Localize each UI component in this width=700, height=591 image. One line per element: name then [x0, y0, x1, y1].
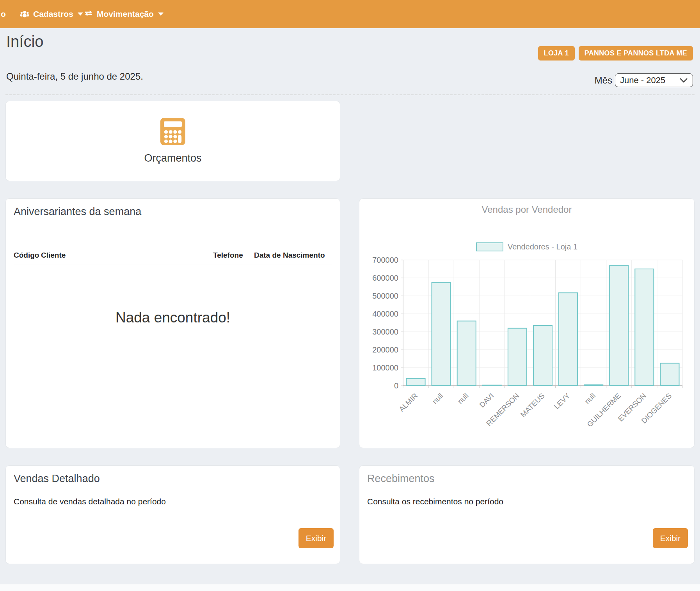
month-select-value: June - 2025	[620, 75, 665, 85]
orcamentos-label: Orçamentos	[144, 152, 201, 164]
svg-text:500000: 500000	[372, 292, 398, 300]
exchange-arrows-icon	[84, 10, 93, 18]
svg-text:400000: 400000	[372, 310, 398, 318]
top-navbar: o Cadastros	[0, 0, 700, 28]
svg-text:700000: 700000	[372, 256, 398, 264]
store-badge[interactable]: LOJA 1	[538, 46, 575, 61]
nav-item-movimentacao[interactable]: Movimentação	[84, 0, 163, 28]
svg-text:null: null	[456, 392, 470, 406]
shortcuts-card: Orçamentos	[5, 101, 340, 181]
column-header-codigo: Código	[14, 251, 41, 260]
nav-item-movimentacao-label: Movimentação	[97, 9, 154, 19]
sales-chart-card: Vendas por Vendedor Vendedores - Loja 1 …	[359, 198, 695, 448]
column-header-data-nascimento: Data de Nascimento	[254, 251, 332, 260]
divider	[6, 236, 340, 236]
chevron-down-icon	[679, 75, 688, 85]
vendas-exibir-button[interactable]: Exibir	[298, 528, 334, 548]
nav-item-cadastros[interactable]: Cadastros	[20, 0, 83, 28]
month-label: Mês	[595, 75, 612, 86]
svg-text:LEVY: LEVY	[553, 392, 572, 411]
svg-text:200000: 200000	[372, 345, 398, 354]
svg-text:ALMIR: ALMIR	[397, 392, 419, 413]
svg-text:null: null	[431, 392, 445, 406]
dashed-separator	[5, 94, 695, 95]
month-control: Mês June - 2025	[595, 73, 693, 87]
recebimentos-exibir-button[interactable]: Exibir	[653, 528, 688, 548]
svg-text:null: null	[583, 392, 597, 406]
vendas-detalhado-title: Vendas Detalhado	[14, 473, 100, 485]
caret-down-icon	[78, 12, 83, 16]
svg-text:0: 0	[394, 381, 398, 390]
column-header-cliente: Cliente	[41, 251, 213, 260]
empty-state-message: Nada encontrado!	[6, 310, 340, 326]
users-icon	[20, 10, 30, 18]
birthdays-table-header: Código Cliente Telefone Data de Nascimen…	[14, 246, 332, 265]
orcamentos-shortcut[interactable]: Orçamentos	[6, 101, 340, 181]
month-select[interactable]: June - 2025	[615, 73, 693, 87]
company-badge[interactable]: PANNOS E PANNOS LTDA ME	[579, 46, 693, 61]
nav-item-clipped[interactable]: o	[1, 0, 6, 28]
birthdays-title: Aniversariantes da semana	[14, 206, 141, 218]
svg-text:MATEUS: MATEUS	[519, 392, 546, 419]
divider	[6, 524, 340, 524]
recebimentos-description: Consulta os recebimentos no período	[367, 497, 503, 506]
header-badges: LOJA 1 PANNOS E PANNOS LTDA ME	[538, 46, 693, 61]
nav-item-clipped-label: o	[1, 9, 6, 19]
divider	[6, 378, 340, 378]
birthdays-card: Aniversariantes da semana Código Cliente…	[5, 198, 340, 448]
divider	[359, 524, 694, 524]
current-date-text: Quinta-feira, 5 de junho de 2025.	[6, 71, 143, 82]
calculator-icon	[160, 118, 185, 147]
page: o Cadastros	[0, 0, 700, 591]
vendas-detalhado-description: Consulta de vendas detalhada no período	[14, 497, 166, 506]
caret-down-icon	[158, 12, 163, 16]
page-title: Início	[6, 33, 44, 50]
svg-text:DAVI: DAVI	[478, 392, 495, 409]
column-header-telefone: Telefone	[213, 251, 254, 260]
svg-text:100000: 100000	[372, 363, 398, 372]
bar-chart: 0100000200000300000400000500000600000700…	[359, 199, 694, 448]
svg-text:600000: 600000	[372, 274, 398, 282]
svg-text:300000: 300000	[372, 328, 398, 336]
vendas-detalhado-card: Vendas Detalhado Consulta de vendas deta…	[5, 465, 340, 564]
footer-strip	[0, 584, 700, 591]
recebimentos-title: Recebimentos	[367, 473, 435, 485]
nav-item-cadastros-label: Cadastros	[33, 9, 73, 19]
recebimentos-card: Recebimentos Consulta os recebimentos no…	[359, 465, 695, 564]
